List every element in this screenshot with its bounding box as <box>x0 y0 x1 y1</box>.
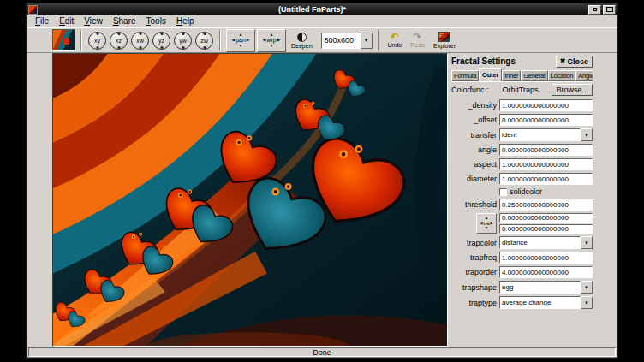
resolution-select[interactable]: 800x600 ▼ <box>321 33 373 49</box>
tra-y-input[interactable] <box>499 224 593 234</box>
colorfunc-label: Colorfunc : <box>451 86 489 94</box>
threshold-label: threshold <box>451 200 498 209</box>
redo-button[interactable]: ↷ Redo <box>407 28 428 52</box>
window-menu-icon[interactable] <box>28 5 38 15</box>
trapshape-select[interactable]: egg ▼ <box>499 281 593 294</box>
deepen-button[interactable]: Deepen <box>288 28 316 52</box>
traporder-row: traporder <box>451 266 593 278</box>
pan-left-icon[interactable]: ◀ <box>231 38 235 43</box>
rotate-xy-button[interactable]: xy <box>88 32 106 50</box>
tab-inner[interactable]: Inner <box>502 70 521 81</box>
angle-row: angle <box>451 144 593 156</box>
traptype-row: traptype average change ▼ <box>451 296 593 309</box>
explorer-icon <box>438 32 450 42</box>
trapshape-label: trapshape <box>451 283 498 292</box>
menu-view[interactable]: View <box>79 16 108 26</box>
rotate-yw-button[interactable]: yw <box>174 32 192 50</box>
tra-left-icon[interactable]: ◀ <box>480 221 483 226</box>
colorfunc-row: Colorfunc : OrbitTraps Browse... <box>451 81 593 97</box>
toolbar-separator <box>219 30 221 50</box>
tab-location[interactable]: Location <box>548 70 576 81</box>
deepen-label: Deepen <box>291 43 313 49</box>
density-row: _density <box>451 99 593 111</box>
maximize-icon <box>606 7 613 12</box>
tra-row: ▲ ◀ tra ▶ ▼ <box>451 213 593 234</box>
trapcolor-select[interactable]: distance ▼ <box>499 236 593 249</box>
menu-file[interactable]: File <box>30 16 54 26</box>
trapcolor-label: trapcolor <box>451 239 498 247</box>
aspect-input[interactable] <box>499 158 593 170</box>
transfer-row: _transfer ident ▼ <box>451 128 593 141</box>
offset-label: _offset <box>451 116 498 124</box>
warp-fourway-control[interactable]: ▲ ◀ wrp ▶ ▼ <box>257 29 286 52</box>
angle-label: angle <box>451 145 498 154</box>
tra-fourway-control[interactable]: ▲ ◀ tra ▶ ▼ <box>476 213 497 234</box>
warp-right-icon[interactable]: ▶ <box>277 38 281 43</box>
aspect-row: aspect <box>451 158 593 170</box>
rotate-zw-button[interactable]: zw <box>195 32 213 50</box>
app-window: (Untitled FnParts)* File Edit View Share… <box>26 3 618 359</box>
traptype-select[interactable]: average change ▼ <box>499 296 593 309</box>
warp-down-icon[interactable]: ▼ <box>270 44 274 49</box>
transfer-select[interactable]: ident ▼ <box>499 128 593 141</box>
toolbar-separator <box>80 30 82 50</box>
menu-tools[interactable]: Tools <box>141 16 171 26</box>
menu-share[interactable]: Share <box>108 16 141 26</box>
trapcolor-value: distance <box>499 236 581 249</box>
explorer-button[interactable]: Explorer <box>430 28 459 52</box>
rotate-yz-button[interactable]: yz <box>152 32 170 50</box>
traptype-value: average change <box>499 296 581 309</box>
solidcolor-checkbox[interactable]: solidcolor <box>499 187 593 196</box>
colorfunc-value: OrbitTraps <box>491 86 551 94</box>
trapfreq-label: trapfreq <box>451 253 498 262</box>
maximize-button[interactable] <box>603 5 616 15</box>
diameter-input[interactable] <box>499 173 593 185</box>
close-panel-button[interactable]: ✖ Close <box>556 56 593 68</box>
menu-help[interactable]: Help <box>171 16 200 26</box>
trapfreq-row: trapfreq <box>451 252 593 264</box>
offset-row: _offset <box>451 114 593 126</box>
pan-right-icon[interactable]: ▶ <box>247 38 250 43</box>
menubar: File Edit View Share Tools Help <box>27 15 617 27</box>
menu-edit[interactable]: Edit <box>54 16 79 26</box>
traporder-label: traporder <box>451 268 498 276</box>
pan-fourway-control[interactable]: ▲ ◀ pan ▶ ▼ <box>226 29 255 52</box>
close-icon: ✖ <box>560 57 566 65</box>
titlebar[interactable]: (Untitled FnParts)* <box>27 3 617 15</box>
threshold-row: threshold <box>451 199 593 211</box>
traptype-dropdown-arrow-icon[interactable]: ▼ <box>581 296 593 309</box>
traptype-label: traptype <box>451 299 498 307</box>
fractal-canvas[interactable] <box>52 53 448 347</box>
resolution-dropdown-arrow-icon[interactable]: ▼ <box>361 33 373 49</box>
minimize-button[interactable] <box>588 5 601 15</box>
trapshape-value: egg <box>499 281 581 294</box>
tab-formula[interactable]: Formula <box>451 70 479 81</box>
offset-input[interactable] <box>499 114 593 126</box>
trapfreq-input[interactable] <box>499 252 593 264</box>
diameter-label: diameter <box>451 175 498 183</box>
threshold-input[interactable] <box>499 199 593 211</box>
trapcolor-dropdown-arrow-icon[interactable]: ▼ <box>581 236 593 249</box>
undo-icon: ↶ <box>391 33 399 41</box>
rotate-xw-button[interactable]: xw <box>131 32 149 50</box>
aspect-label: aspect <box>451 160 498 169</box>
undo-button[interactable]: ↶ Undo <box>385 28 406 52</box>
warp-left-icon[interactable]: ◀ <box>263 38 266 43</box>
checkbox-icon[interactable] <box>499 188 507 196</box>
pan-down-icon[interactable]: ▼ <box>239 44 243 49</box>
tab-outer[interactable]: Outer <box>479 68 502 81</box>
tra-x-input[interactable] <box>499 213 593 223</box>
trapshape-dropdown-arrow-icon[interactable]: ▼ <box>581 281 593 294</box>
tab-angles[interactable]: Angles <box>575 70 593 81</box>
tab-general[interactable]: General <box>521 70 547 81</box>
traporder-input[interactable] <box>499 266 593 278</box>
tra-right-icon[interactable]: ▶ <box>491 221 494 226</box>
undo-label: Undo <box>388 42 402 48</box>
rotate-xz-button[interactable]: xz <box>110 32 128 50</box>
density-input[interactable] <box>499 99 593 111</box>
tra-down-icon[interactable]: ▼ <box>485 226 489 231</box>
angle-input[interactable] <box>499 144 593 156</box>
browse-button[interactable]: Browse... <box>552 84 593 96</box>
fractal-preview-thumbnail[interactable] <box>52 29 75 51</box>
transfer-dropdown-arrow-icon[interactable]: ▼ <box>581 128 593 141</box>
